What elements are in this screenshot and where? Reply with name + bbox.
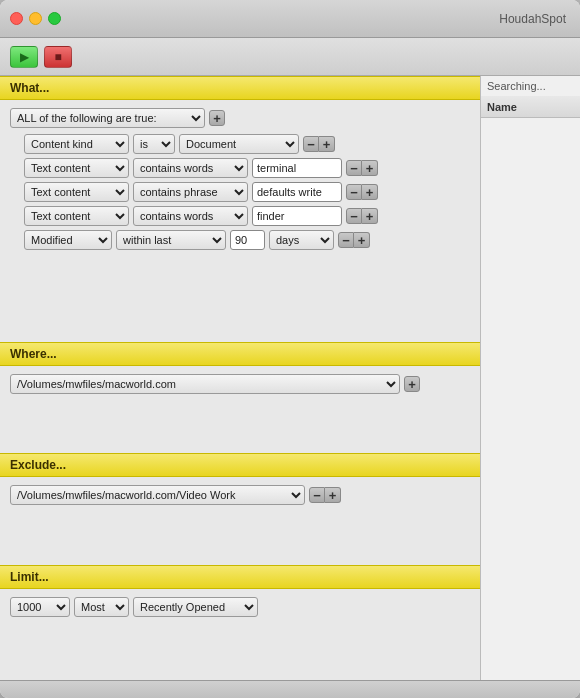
- value-input-4[interactable]: [252, 206, 342, 226]
- name-column-label: Name: [487, 101, 517, 113]
- play-button[interactable]: ▶: [10, 46, 38, 68]
- attr-select-3[interactable]: Text content: [24, 182, 129, 202]
- toolbar: ▶ ■: [0, 38, 580, 76]
- attr-select-5[interactable]: Modified: [24, 230, 112, 250]
- exclude-path-row: /Volumes/mwfiles/macworld.com/Video Work…: [10, 485, 470, 505]
- stop-icon: ■: [54, 50, 61, 64]
- limit-row: 1000 Most Recently Opened: [10, 597, 470, 617]
- all-conditions-row: ALL of the following are true: +: [10, 108, 470, 128]
- criteria-row-1: Content kind is Document − +: [24, 134, 470, 154]
- days-unit-select-5[interactable]: days: [269, 230, 334, 250]
- value-select-1[interactable]: Document: [179, 134, 299, 154]
- limit-by-select[interactable]: Recently Opened: [133, 597, 258, 617]
- attr-select-2[interactable]: Text content: [24, 158, 129, 178]
- left-panel: What... ALL of the following are true: +: [0, 76, 480, 680]
- op-select-3[interactable]: contains phrase: [133, 182, 248, 202]
- row2-pm: − +: [346, 160, 378, 176]
- main-content: What... ALL of the following are true: +: [0, 76, 580, 680]
- minimize-button[interactable]: [29, 12, 42, 25]
- criteria-row-2: Text content contains words − +: [24, 158, 470, 178]
- where-label: Where...: [10, 347, 57, 361]
- where-add-group: +: [404, 376, 420, 392]
- row5-pm: − +: [338, 232, 370, 248]
- what-section-header: What...: [0, 76, 480, 100]
- criteria-list: Content kind is Document − +: [10, 134, 470, 250]
- what-spacer: [0, 262, 480, 342]
- all-conditions-select[interactable]: ALL of the following are true:: [10, 108, 205, 128]
- exclude-section-body: /Volumes/mwfiles/macworld.com/Video Work…: [0, 477, 480, 513]
- bottom-bar: [0, 680, 580, 698]
- remove-row5-button[interactable]: −: [338, 232, 354, 248]
- play-icon: ▶: [20, 50, 29, 64]
- remove-row3-button[interactable]: −: [346, 184, 362, 200]
- exclude-section-header: Exclude...: [0, 453, 480, 477]
- right-panel: Searching... Name: [480, 76, 580, 680]
- add-exclude-button[interactable]: +: [325, 487, 341, 503]
- remove-row1-button[interactable]: −: [303, 136, 319, 152]
- remove-row4-button[interactable]: −: [346, 208, 362, 224]
- add-condition-button[interactable]: +: [209, 110, 225, 126]
- row3-pm: − +: [346, 184, 378, 200]
- op-select-5[interactable]: within last: [116, 230, 226, 250]
- exclude-pm-group: − +: [309, 487, 341, 503]
- limit-section-body: 1000 Most Recently Opened: [0, 589, 480, 629]
- days-input-5[interactable]: [230, 230, 265, 250]
- value-input-2[interactable]: [252, 158, 342, 178]
- window-controls: [10, 12, 61, 25]
- add-row2-button[interactable]: +: [362, 160, 378, 176]
- criteria-row-4: Text content contains words − +: [24, 206, 470, 226]
- add-row3-button[interactable]: +: [362, 184, 378, 200]
- value-input-3[interactable]: [252, 182, 342, 202]
- attr-select-4[interactable]: Text content: [24, 206, 129, 226]
- add-where-button[interactable]: +: [404, 376, 420, 392]
- op-select-1[interactable]: is: [133, 134, 175, 154]
- where-section-header: Where...: [0, 342, 480, 366]
- where-path-row: /Volumes/mwfiles/macworld.com +: [10, 374, 470, 394]
- where-section-body: /Volumes/mwfiles/macworld.com +: [0, 366, 480, 402]
- close-button[interactable]: [10, 12, 23, 25]
- limit-sort-select[interactable]: Most: [74, 597, 129, 617]
- remove-row2-button[interactable]: −: [346, 160, 362, 176]
- row1-pm: − +: [303, 136, 335, 152]
- op-select-2[interactable]: contains words: [133, 158, 248, 178]
- exclude-path-select[interactable]: /Volumes/mwfiles/macworld.com/Video Work: [10, 485, 305, 505]
- maximize-button[interactable]: [48, 12, 61, 25]
- op-select-4[interactable]: contains words: [133, 206, 248, 226]
- stop-button[interactable]: ■: [44, 46, 72, 68]
- exclude-spacer: [0, 513, 480, 564]
- where-spacer: [0, 402, 480, 453]
- add-row1-button[interactable]: +: [319, 136, 335, 152]
- where-path-select[interactable]: /Volumes/mwfiles/macworld.com: [10, 374, 400, 394]
- criteria-row-3: Text content contains phrase − +: [24, 182, 470, 202]
- row4-pm: − +: [346, 208, 378, 224]
- criteria-row-5: Modified within last days − +: [24, 230, 470, 250]
- remove-exclude-button[interactable]: −: [309, 487, 325, 503]
- what-label: What...: [10, 81, 49, 95]
- attr-select-1[interactable]: Content kind: [24, 134, 129, 154]
- titlebar: HoudahSpot: [0, 0, 580, 38]
- limit-label: Limit...: [10, 570, 49, 584]
- limit-spacer: [0, 629, 480, 680]
- add-row5-button[interactable]: +: [354, 232, 370, 248]
- results-header: Name: [481, 96, 580, 118]
- add-row4-button[interactable]: +: [362, 208, 378, 224]
- limit-section-header: Limit...: [0, 565, 480, 589]
- exclude-label: Exclude...: [10, 458, 66, 472]
- searching-status: Searching...: [481, 76, 580, 96]
- limit-value-select[interactable]: 1000: [10, 597, 70, 617]
- app-window: HoudahSpot ▶ ■ What... ALL of the follow…: [0, 0, 580, 698]
- add-condition-group: +: [209, 110, 225, 126]
- what-section-body: ALL of the following are true: + Content…: [0, 100, 480, 262]
- app-title: HoudahSpot: [499, 12, 566, 26]
